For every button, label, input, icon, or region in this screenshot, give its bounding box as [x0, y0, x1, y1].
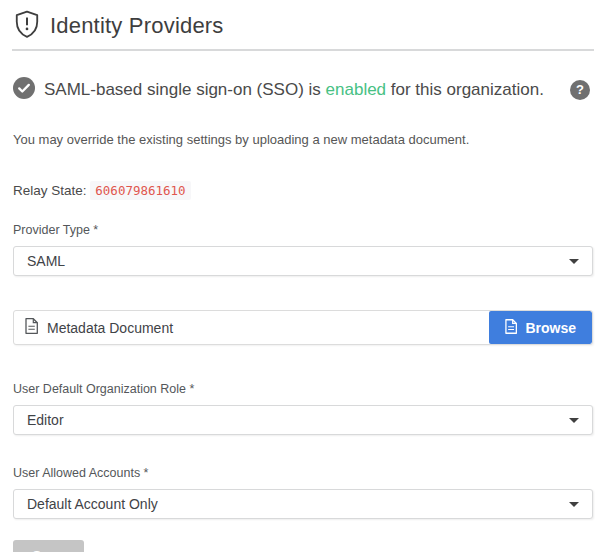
org-role-select[interactable]: Editor: [13, 405, 593, 435]
metadata-document-input[interactable]: Metadata Document: [14, 311, 489, 344]
relay-state-value: 606079861610: [90, 181, 190, 200]
status-text-after: for this organization.: [386, 80, 544, 99]
document-icon: [505, 319, 517, 337]
status-text-before: SAML-based single sign-on (SSO) is: [44, 80, 326, 99]
org-role-value: Editor: [27, 412, 64, 428]
shield-exclamation-icon: [14, 10, 40, 42]
document-icon: [25, 318, 38, 337]
org-role-group: User Default Organization Role * Editor: [13, 382, 593, 435]
status-enabled-highlight: enabled: [326, 80, 387, 99]
sso-status-text: SAML-based single sign-on (SSO) is enabl…: [44, 80, 570, 100]
page-title: Identity Providers: [50, 13, 224, 39]
allowed-accounts-label: User Allowed Accounts *: [13, 466, 593, 480]
provider-type-group: Provider Type * SAML: [13, 223, 593, 276]
sso-status-row: SAML-based single sign-on (SSO) is enabl…: [13, 77, 590, 103]
override-description: You may override the existing settings b…: [13, 132, 587, 147]
provider-type-select[interactable]: SAML: [13, 246, 593, 276]
identity-providers-page: Identity Providers SAML-based single sig…: [0, 0, 600, 552]
header-divider: [12, 49, 594, 51]
allowed-accounts-group: User Allowed Accounts * Default Account …: [13, 466, 593, 519]
allowed-accounts-value: Default Account Only: [27, 496, 158, 512]
metadata-document-placeholder: Metadata Document: [47, 320, 173, 336]
provider-type-label: Provider Type *: [13, 223, 593, 237]
allowed-accounts-select[interactable]: Default Account Only: [13, 489, 593, 519]
relay-state-label: Relay State:: [13, 183, 87, 198]
check-circle-icon: [13, 77, 35, 103]
save-button[interactable]: Save: [13, 540, 84, 552]
help-icon[interactable]: ?: [570, 80, 590, 100]
relay-state-row: Relay State: 606079861610: [13, 183, 587, 198]
provider-type-value: SAML: [27, 253, 65, 269]
metadata-document-row: Metadata Document Browse: [13, 310, 593, 345]
chevron-down-icon: [569, 418, 579, 423]
chevron-down-icon: [569, 502, 579, 507]
org-role-label: User Default Organization Role *: [13, 382, 593, 396]
browse-button[interactable]: Browse: [489, 311, 592, 344]
browse-button-label: Browse: [525, 320, 576, 336]
page-header: Identity Providers: [0, 0, 600, 49]
chevron-down-icon: [569, 259, 579, 264]
